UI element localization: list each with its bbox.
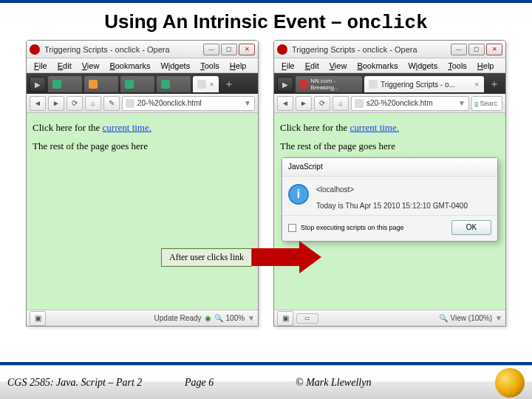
address-text: s20-%20onclick.htm (366, 99, 432, 107)
tab-favicon (369, 80, 378, 89)
window-title: Triggering Scripts - onclick - Opera (44, 45, 203, 54)
search-box[interactable]: g Searc (471, 96, 502, 111)
address-text: 20-%20onclick.html (137, 99, 202, 107)
tab-inactive[interactable] (157, 76, 191, 92)
window-buttons: — ▢ ✕ (451, 44, 502, 55)
javascript-alert-dialog: JavaScript i <localhost> Today is Thu Ap… (282, 157, 498, 242)
menu-view[interactable]: View (325, 60, 352, 72)
tab-inactive[interactable] (84, 76, 118, 92)
home-button[interactable]: ⌂ (85, 96, 101, 111)
menu-widgets[interactable]: Widgets (403, 60, 442, 72)
menu-bookmarks[interactable]: Bookmarks (105, 60, 154, 72)
window-buttons: — ▢ ✕ (203, 44, 255, 55)
menu-widgets[interactable]: Widgets (156, 60, 194, 72)
right-browser-window: Triggering Scripts - onclick - Opera — ▢… (273, 40, 506, 327)
tab-favicon (300, 80, 307, 89)
info-icon: i (288, 184, 309, 205)
current-time-link[interactable]: current time. (350, 122, 399, 133)
maximize-button[interactable]: ▢ (468, 44, 485, 55)
address-favicon (355, 99, 364, 108)
menu-file[interactable]: File (30, 60, 52, 72)
slide-title: Using An Intrinsic Event – onclick (0, 3, 532, 40)
menu-help[interactable]: Help (225, 60, 251, 72)
back-button[interactable]: ◄ (277, 96, 293, 111)
page-content: Click here for the current time. The res… (27, 113, 258, 310)
status-text: Update Ready (154, 314, 202, 322)
dialog-text: Today is Thu Apr 15 2010 15:12:10 GMT-04… (316, 200, 468, 212)
window-close-button[interactable]: ✕ (486, 44, 502, 55)
back-button[interactable]: ◄ (30, 96, 46, 111)
ucf-logo (495, 368, 525, 398)
update-ready-icon: ◉ (205, 314, 211, 322)
zoom-icon: 🔍 (214, 314, 223, 322)
menu-view[interactable]: View (78, 60, 104, 72)
tab-active[interactable]: Triggering Scripts - o...✕ (364, 76, 484, 92)
dialog-host: <localhost> (316, 184, 468, 196)
menu-file[interactable]: File (277, 60, 299, 72)
dialog-body: i <localhost> Today is Thu Apr 15 2010 1… (282, 177, 497, 215)
forward-button[interactable]: ► (296, 96, 312, 111)
tab-favicon (125, 80, 134, 89)
footer-author: © Mark Llewellyn (296, 377, 495, 389)
stop-scripts-label: Stop executing scripts on this page (301, 222, 404, 233)
forward-button[interactable]: ► (48, 96, 64, 111)
menu-bar: File Edit View Bookmarks Widgets Tools H… (274, 58, 505, 73)
menu-tools[interactable]: Tools (196, 60, 224, 72)
wand-button[interactable]: ✎ (103, 96, 120, 111)
address-bar[interactable]: s20-%20onclick.htm▼ (351, 96, 469, 111)
page-line-1: Click here for the current time. (33, 120, 252, 136)
tab-favicon (89, 80, 98, 89)
panel-toggle-button[interactable]: ▶ (30, 77, 46, 92)
tab-close-icon[interactable]: ✕ (474, 81, 480, 88)
reload-button[interactable]: ⟳ (314, 96, 330, 111)
arrow-body (252, 248, 299, 266)
reload-button[interactable]: ⟳ (66, 96, 83, 111)
tab-inactive[interactable] (48, 76, 82, 92)
status-panel-button[interactable]: ▣ (277, 311, 293, 326)
tab-favicon (197, 80, 206, 89)
tab-label: Triggering Scripts - o... (381, 81, 455, 89)
address-bar[interactable]: 20-%20onclick.html▼ (122, 96, 255, 111)
slide-footer: CGS 2585: Java. Script – Part 2 Page 6 ©… (0, 362, 532, 399)
tab-active[interactable]: ✕ (193, 76, 219, 92)
page-line-1: Click here for the current time. (280, 120, 499, 136)
minimize-button[interactable]: — (451, 44, 467, 55)
window-title: Triggering Scripts - onclick - Opera (292, 45, 451, 54)
address-favicon (126, 99, 134, 108)
callout-arrow: After user clicks link (161, 241, 321, 273)
zoom-value: 100% (226, 314, 245, 322)
title-code: onclick (347, 12, 428, 34)
new-tab-button[interactable]: ＋ (486, 78, 502, 91)
tab-inactive[interactable]: NN.com - Breaking... (296, 76, 362, 92)
dialog-ok-button[interactable]: OK (451, 220, 491, 235)
tab-inactive[interactable] (120, 76, 154, 92)
nav-toolbar: ◄ ► ⟳ ⌂ ✎ 20-%20onclick.html▼ (27, 94, 258, 113)
stop-scripts-checkbox[interactable] (288, 224, 296, 232)
current-time-link[interactable]: current time. (103, 122, 151, 133)
minimize-button[interactable]: — (203, 44, 219, 55)
new-tab-button[interactable]: ＋ (221, 78, 237, 91)
arrow-head-icon (299, 241, 321, 273)
left-browser-window: Triggering Scripts - onclick - Opera — ▢… (26, 40, 259, 327)
status-panel-button[interactable]: ▣ (30, 311, 46, 326)
menu-bookmarks[interactable]: Bookmarks (352, 60, 402, 72)
dialog-title: JavaScript (282, 158, 497, 177)
footer-row: CGS 2585: Java. Script – Part 2 Page 6 ©… (0, 365, 532, 399)
menu-tools[interactable]: Tools (443, 60, 471, 72)
status-bar: ▣ ▭ 🔍 View (100%) ▼ (274, 310, 505, 326)
menu-edit[interactable]: Edit (53, 60, 76, 72)
tab-bar: ▶ NN.com - Breaking... Triggering Script… (274, 73, 505, 94)
view-zoom: View (100%) (451, 314, 493, 322)
panel-toggle-button[interactable]: ▶ (277, 77, 293, 92)
home-button[interactable]: ⌂ (332, 96, 349, 111)
maximize-button[interactable]: ▢ (221, 44, 237, 55)
menu-help[interactable]: Help (473, 60, 499, 72)
zoom-icon: 🔍 (439, 314, 448, 322)
status-pill[interactable]: ▭ (296, 313, 318, 324)
tab-close-icon[interactable]: ✕ (209, 81, 214, 88)
window-close-button[interactable]: ✕ (239, 44, 255, 55)
menu-edit[interactable]: Edit (301, 60, 324, 72)
opera-icon (30, 44, 40, 55)
footer-page: Page 6 (185, 377, 296, 389)
tab-bar: ▶ ✕ ＋ (27, 73, 258, 94)
